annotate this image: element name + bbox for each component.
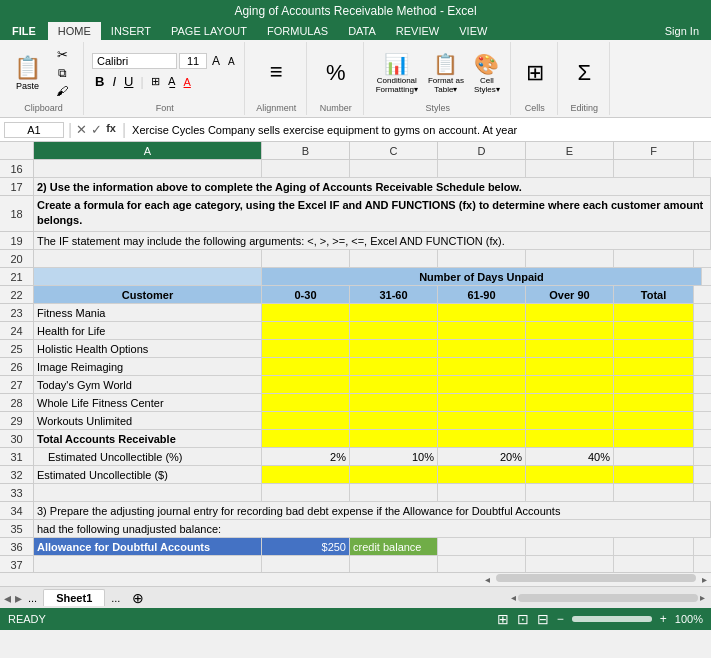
row-header-25[interactable]: 25 — [0, 340, 33, 358]
cell-a36[interactable]: Allowance for Doubtful Accounts — [34, 538, 262, 555]
cut-button[interactable]: ✂ — [47, 46, 77, 63]
cell-b36[interactable]: $250 — [262, 538, 350, 555]
cell-f24[interactable] — [614, 322, 694, 339]
italic-button[interactable]: I — [109, 73, 119, 90]
col-header-c[interactable]: C — [350, 142, 438, 159]
cell-styles-button[interactable]: 🎨 CellStyles▾ — [470, 50, 504, 96]
cell-d22[interactable]: 61-90 — [438, 286, 526, 303]
cell-c32[interactable] — [350, 466, 438, 483]
sheet-nav-prev[interactable]: ◂ — [0, 590, 15, 606]
fill-color-button[interactable]: A̲ — [165, 74, 179, 89]
font-size-input[interactable] — [179, 53, 207, 69]
cell-a19[interactable]: The IF statement may include the followi… — [34, 232, 711, 249]
insert-function-icon[interactable]: fx — [106, 122, 116, 137]
cell-e26[interactable] — [526, 358, 614, 375]
format-as-table-button[interactable]: 📋 Format asTable▾ — [424, 50, 468, 96]
cell-e22[interactable]: Over 90 — [526, 286, 614, 303]
cell-e32[interactable] — [526, 466, 614, 483]
cell-d16[interactable] — [438, 160, 526, 177]
sheet-tab-ellipsis-left[interactable]: ... — [22, 590, 43, 606]
cell-b20[interactable] — [262, 250, 350, 267]
cell-b33[interactable] — [262, 484, 350, 501]
cell-c31[interactable]: 10% — [350, 448, 438, 465]
cell-e23[interactable] — [526, 304, 614, 321]
col-header-d[interactable]: D — [438, 142, 526, 159]
cell-a22[interactable]: Customer — [34, 286, 262, 303]
sheet-tab-sheet1[interactable]: Sheet1 — [43, 589, 105, 606]
tab-insert[interactable]: INSERT — [101, 22, 161, 40]
cell-f25[interactable] — [614, 340, 694, 357]
row-header-36[interactable]: 36 — [0, 538, 33, 556]
cell-b32[interactable] — [262, 466, 350, 483]
row-header-30[interactable]: 30 — [0, 430, 33, 448]
cell-a33[interactable] — [34, 484, 262, 501]
cell-b27[interactable] — [262, 376, 350, 393]
cell-e33[interactable] — [526, 484, 614, 501]
cell-e29[interactable] — [526, 412, 614, 429]
cell-a34[interactable]: 3) Prepare the adjusting journal entry f… — [34, 502, 711, 519]
scroll-right-icon[interactable]: ▸ — [702, 574, 707, 585]
cell-a32[interactable]: Estimated Uncollectible ($) — [34, 466, 262, 483]
cell-e24[interactable] — [526, 322, 614, 339]
row-header-28[interactable]: 28 — [0, 394, 33, 412]
confirm-formula-icon[interactable]: ✓ — [91, 122, 102, 137]
paste-button[interactable]: 📋 Paste — [10, 53, 45, 93]
cell-c33[interactable] — [350, 484, 438, 501]
cell-c24[interactable] — [350, 322, 438, 339]
sheet-tab-ellipsis-right[interactable]: ... — [105, 590, 126, 606]
zoom-plus-icon[interactable]: + — [660, 612, 667, 626]
add-sheet-button[interactable]: ⊕ — [126, 588, 150, 608]
tab-data[interactable]: DATA — [338, 22, 386, 40]
cell-f26[interactable] — [614, 358, 694, 375]
cell-d27[interactable] — [438, 376, 526, 393]
cell-c25[interactable] — [350, 340, 438, 357]
cell-a24[interactable]: Health for Life — [34, 322, 262, 339]
row-header-19[interactable]: 19 — [0, 232, 33, 250]
cell-b26[interactable] — [262, 358, 350, 375]
tab-formulas[interactable]: FORMULAS — [257, 22, 338, 40]
cell-f29[interactable] — [614, 412, 694, 429]
cell-f37[interactable] — [614, 556, 694, 572]
horizontal-scrollbar[interactable]: ◂ ▸ — [0, 572, 711, 586]
row-header-34[interactable]: 34 — [0, 502, 33, 520]
zoom-slider[interactable] — [572, 616, 652, 622]
bold-button[interactable]: B — [92, 73, 107, 90]
cell-b25[interactable] — [262, 340, 350, 357]
cell-b37[interactable] — [262, 556, 350, 572]
cell-a30[interactable]: Total Accounts Receivable — [34, 430, 262, 447]
tab-review[interactable]: REVIEW — [386, 22, 449, 40]
zoom-minus-icon[interactable]: − — [557, 612, 564, 626]
cell-a28[interactable]: Whole Life Fitness Center — [34, 394, 262, 411]
cell-d20[interactable] — [438, 250, 526, 267]
cell-f33[interactable] — [614, 484, 694, 501]
decrease-font-button[interactable]: A — [225, 55, 238, 68]
cell-a25[interactable]: Holistic Health Options — [34, 340, 262, 357]
cell-f16[interactable] — [614, 160, 694, 177]
cell-d24[interactable] — [438, 322, 526, 339]
cell-b23[interactable] — [262, 304, 350, 321]
cell-f31[interactable] — [614, 448, 694, 465]
underline-button[interactable]: U — [121, 73, 136, 90]
cell-b29[interactable] — [262, 412, 350, 429]
cell-d32[interactable] — [438, 466, 526, 483]
cell-a31[interactable]: Estimated Uncollectible (%) — [34, 448, 262, 465]
cell-c30[interactable] — [350, 430, 438, 447]
font-name-input[interactable] — [92, 53, 177, 69]
row-header-29[interactable]: 29 — [0, 412, 33, 430]
scroll-area-right[interactable]: ▸ — [700, 592, 705, 603]
row-header-21[interactable]: 21 — [0, 268, 33, 286]
cell-a21[interactable] — [34, 268, 262, 285]
cell-b16[interactable] — [262, 160, 350, 177]
cell-f20[interactable] — [614, 250, 694, 267]
cell-a37[interactable] — [34, 556, 262, 572]
cell-d28[interactable] — [438, 394, 526, 411]
row-header-26[interactable]: 26 — [0, 358, 33, 376]
row-header-16[interactable]: 16 — [0, 160, 33, 178]
cell-b30[interactable] — [262, 430, 350, 447]
font-color-button[interactable]: A — [181, 75, 194, 89]
cell-e31[interactable]: 40% — [526, 448, 614, 465]
cell-reference-box[interactable] — [4, 122, 64, 138]
sign-in-button[interactable]: Sign In — [653, 22, 711, 40]
row-header-35[interactable]: 35 — [0, 520, 33, 538]
cell-e20[interactable] — [526, 250, 614, 267]
